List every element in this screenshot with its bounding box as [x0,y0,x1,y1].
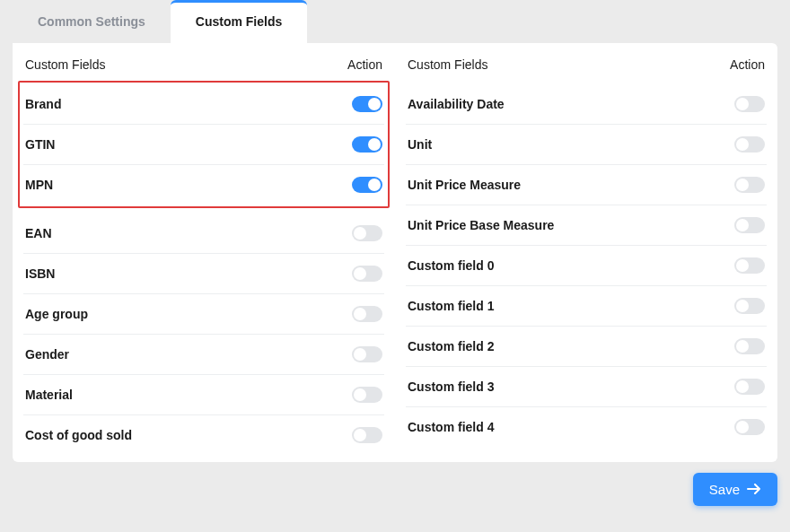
field-toggle[interactable] [352,346,382,362]
field-label: Custom field 0 [408,258,494,273]
field-label: Cost of good sold [25,428,132,442]
field-row: Custom field 1 [406,286,767,327]
field-label: Availability Date [408,97,505,111]
tab-common-settings[interactable]: Common Settings [13,0,171,43]
field-label: GTIN [25,137,55,152]
field-row: Custom field 4 [406,407,767,447]
tab-label: Common Settings [38,14,145,29]
field-row: Brand [23,84,384,125]
field-row: Custom field 0 [406,246,767,286]
field-row: Custom field 3 [406,367,767,407]
field-toggle[interactable] [352,427,382,443]
field-toggle[interactable] [352,306,382,322]
field-label: Custom field 3 [408,379,494,394]
field-row: Material [23,375,384,415]
field-row: Availability Date [406,84,767,125]
field-row: MPN [23,165,384,205]
field-row: Custom field 2 [406,327,767,367]
column-header-action: Action [347,57,382,72]
field-toggle[interactable] [352,387,382,403]
field-label: MPN [25,178,53,192]
field-label: Custom field 1 [408,299,494,313]
save-button[interactable]: Save [693,473,777,506]
field-row: Unit Price Measure [406,165,767,205]
field-label: Gender [25,347,69,362]
field-row: Cost of good sold [23,415,384,455]
left-column: Custom Fields Action BrandGTINMPNEANISBN… [23,52,384,455]
tab-label: Custom Fields [196,14,282,29]
field-toggle[interactable] [734,217,765,233]
field-label: Material [25,388,73,402]
field-label: Unit Price Base Measure [408,218,554,232]
highlighted-fields: BrandGTINMPN [18,81,390,208]
field-label: Custom field 2 [408,339,494,353]
save-label: Save [709,482,740,497]
field-label: Custom field 4 [408,420,494,434]
field-toggle[interactable] [352,96,382,112]
arrow-right-icon [747,482,761,497]
column-header-action: Action [730,57,765,72]
field-row: Unit Price Base Measure [406,205,767,246]
field-toggle[interactable] [734,257,765,274]
field-row: Unit [406,125,767,165]
column-header-fields: Custom Fields [25,57,105,72]
tab-custom-fields[interactable]: Custom Fields [171,0,307,43]
field-toggle[interactable] [734,379,765,395]
field-row: Gender [23,335,384,375]
field-row: EAN [23,214,384,254]
custom-fields-panel: Custom Fields Action BrandGTINMPNEANISBN… [13,43,777,462]
field-row: GTIN [23,125,384,165]
right-column: Custom Fields Action Availability DateUn… [406,52,767,455]
field-label: Unit [408,137,432,152]
field-label: Age group [25,307,88,321]
field-toggle[interactable] [734,136,765,153]
field-toggle[interactable] [734,338,765,354]
field-toggle[interactable] [734,96,765,112]
field-label: ISBN [25,266,55,281]
field-toggle[interactable] [352,266,382,282]
column-header-fields: Custom Fields [408,57,487,72]
field-toggle[interactable] [352,136,382,153]
field-label: EAN [25,226,52,240]
field-toggle[interactable] [734,298,765,314]
tabs: Common Settings Custom Fields [13,0,777,43]
field-row: Age group [23,294,384,335]
field-row: ISBN [23,254,384,294]
field-toggle[interactable] [352,225,382,241]
field-toggle[interactable] [734,419,765,435]
field-label: Unit Price Measure [408,178,521,192]
field-toggle[interactable] [352,177,382,193]
field-label: Brand [25,97,61,111]
field-toggle[interactable] [734,177,765,193]
